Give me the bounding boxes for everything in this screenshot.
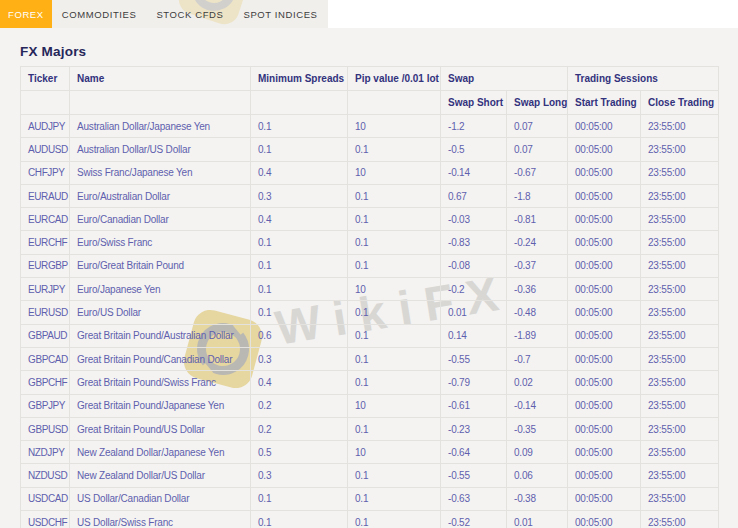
- col-header-swap-long: Swap Long: [507, 91, 568, 115]
- cell-min-spread: 0.3: [251, 347, 348, 370]
- cell-ticker: CHFJPY: [21, 161, 70, 184]
- cell-start-trading: 00:05:00: [568, 371, 641, 394]
- cell-swap-long: -0.36: [507, 278, 568, 301]
- cell-swap-short: -0.08: [441, 254, 507, 277]
- cell-swap-short: -0.61: [441, 394, 507, 417]
- cell-pip-value: 0.1: [348, 231, 441, 254]
- cell-swap-short: -0.23: [441, 417, 507, 440]
- cell-pip-value: 0.1: [348, 208, 441, 231]
- cell-name: Euro/Canadian Dollar: [70, 208, 251, 231]
- table-row: NZDJPYNew Zealand Dollar/Japanese Yen0.5…: [21, 441, 719, 464]
- cell-pip-value: 10: [348, 278, 441, 301]
- col-header-swap-short: Swap Short: [441, 91, 507, 115]
- cell-min-spread: 0.1: [251, 231, 348, 254]
- cell-ticker: AUDUSD: [21, 138, 70, 161]
- cell-swap-short: 0.67: [441, 184, 507, 207]
- tab-bar: FOREX COMMODITIES STOCK CFDS SPOT INDICE…: [0, 0, 738, 28]
- cell-name: Great Britain Pound/Australian Dollar: [70, 324, 251, 347]
- tab-spot-indices[interactable]: SPOT INDICES: [233, 0, 327, 28]
- cell-ticker: EURAUD: [21, 184, 70, 207]
- cell-start-trading: 00:05:00: [568, 464, 641, 487]
- col-header-empty-2: [70, 91, 251, 115]
- cell-pip-value: 10: [348, 394, 441, 417]
- cell-min-spread: 0.3: [251, 464, 348, 487]
- cell-close-trading: 23:55:00: [641, 511, 719, 528]
- table-body: AUDJPYAustralian Dollar/Japanese Yen0.11…: [21, 115, 719, 528]
- table-row: CHFJPYSwiss Franc/Japanese Yen0.410-0.14…: [21, 161, 719, 184]
- cell-pip-value: 0.1: [348, 324, 441, 347]
- cell-start-trading: 00:05:00: [568, 231, 641, 254]
- col-header-min-spreads: Minimum Spreads: [251, 67, 348, 91]
- cell-close-trading: 23:55:00: [641, 161, 719, 184]
- cell-close-trading: 23:55:00: [641, 417, 719, 440]
- cell-swap-short: -0.83: [441, 231, 507, 254]
- cell-close-trading: 23:55:00: [641, 301, 719, 324]
- cell-pip-value: 10: [348, 115, 441, 138]
- cell-min-spread: 0.1: [251, 115, 348, 138]
- cell-pip-value: 0.1: [348, 417, 441, 440]
- cell-pip-value: 0.1: [348, 301, 441, 324]
- cell-start-trading: 00:05:00: [568, 161, 641, 184]
- table-row: GBPAUDGreat Britain Pound/Australian Dol…: [21, 324, 719, 347]
- cell-swap-short: -0.14: [441, 161, 507, 184]
- cell-ticker: NZDUSD: [21, 464, 70, 487]
- cell-swap-short: -0.63: [441, 487, 507, 510]
- cell-name: Euro/Swiss Franc: [70, 231, 251, 254]
- cell-ticker: GBPJPY: [21, 394, 70, 417]
- cell-ticker: EURUSD: [21, 301, 70, 324]
- col-header-empty-1: [21, 91, 70, 115]
- col-header-empty-4: [348, 91, 441, 115]
- cell-close-trading: 23:55:00: [641, 371, 719, 394]
- table-row: EURGBPEuro/Great Britain Pound0.10.1-0.0…: [21, 254, 719, 277]
- cell-swap-short: -0.64: [441, 441, 507, 464]
- cell-swap-short: -0.55: [441, 464, 507, 487]
- cell-swap-long: -0.48: [507, 301, 568, 324]
- cell-swap-long: 0.09: [507, 441, 568, 464]
- cell-min-spread: 0.1: [251, 301, 348, 324]
- cell-swap-long: -0.37: [507, 254, 568, 277]
- cell-close-trading: 23:55:00: [641, 278, 719, 301]
- cell-name: Euro/Japanese Yen: [70, 278, 251, 301]
- cell-min-spread: 0.1: [251, 487, 348, 510]
- cell-min-spread: 0.1: [251, 138, 348, 161]
- cell-close-trading: 23:55:00: [641, 324, 719, 347]
- cell-swap-long: 0.01: [507, 511, 568, 528]
- cell-swap-long: -0.38: [507, 487, 568, 510]
- cell-start-trading: 00:05:00: [568, 115, 641, 138]
- cell-ticker: EURGBP: [21, 254, 70, 277]
- cell-close-trading: 23:55:00: [641, 394, 719, 417]
- cell-min-spread: 0.2: [251, 394, 348, 417]
- tab-commodities[interactable]: COMMODITIES: [52, 0, 147, 28]
- table-row: AUDUSDAustralian Dollar/US Dollar0.10.1-…: [21, 138, 719, 161]
- cell-swap-short: -0.79: [441, 371, 507, 394]
- table-row: EURJPYEuro/Japanese Yen0.110-0.2-0.3600:…: [21, 278, 719, 301]
- cell-swap-long: 0.02: [507, 371, 568, 394]
- cell-name: Great Britain Pound/US Dollar: [70, 417, 251, 440]
- cell-swap-long: -1.89: [507, 324, 568, 347]
- cell-min-spread: 0.5: [251, 441, 348, 464]
- cell-pip-value: 10: [348, 161, 441, 184]
- tab-forex[interactable]: FOREX: [0, 0, 52, 28]
- cell-min-spread: 0.2: [251, 417, 348, 440]
- cell-name: New Zealand Dollar/US Dollar: [70, 464, 251, 487]
- cell-close-trading: 23:55:00: [641, 138, 719, 161]
- table-row: EURCADEuro/Canadian Dollar0.40.1-0.03-0.…: [21, 208, 719, 231]
- cell-swap-short: -0.55: [441, 347, 507, 370]
- cell-swap-long: -1.8: [507, 184, 568, 207]
- table-row: EURCHFEuro/Swiss Franc0.10.1-0.83-0.2400…: [21, 231, 719, 254]
- cell-min-spread: 0.4: [251, 371, 348, 394]
- table-row: GBPCADGreat Britain Pound/Canadian Dolla…: [21, 347, 719, 370]
- cell-min-spread: 0.6: [251, 324, 348, 347]
- table-row: GBPUSDGreat Britain Pound/US Dollar0.20.…: [21, 417, 719, 440]
- col-header-swap: Swap: [441, 67, 568, 91]
- cell-start-trading: 00:05:00: [568, 324, 641, 347]
- cell-name: Euro/US Dollar: [70, 301, 251, 324]
- cell-swap-short: -0.03: [441, 208, 507, 231]
- cell-pip-value: 0.1: [348, 138, 441, 161]
- cell-close-trading: 23:55:00: [641, 464, 719, 487]
- cell-ticker: USDCHF: [21, 511, 70, 528]
- tab-stock-cfds[interactable]: STOCK CFDS: [146, 0, 233, 28]
- cell-ticker: AUDJPY: [21, 115, 70, 138]
- cell-start-trading: 00:05:00: [568, 208, 641, 231]
- cell-swap-short: -0.5: [441, 138, 507, 161]
